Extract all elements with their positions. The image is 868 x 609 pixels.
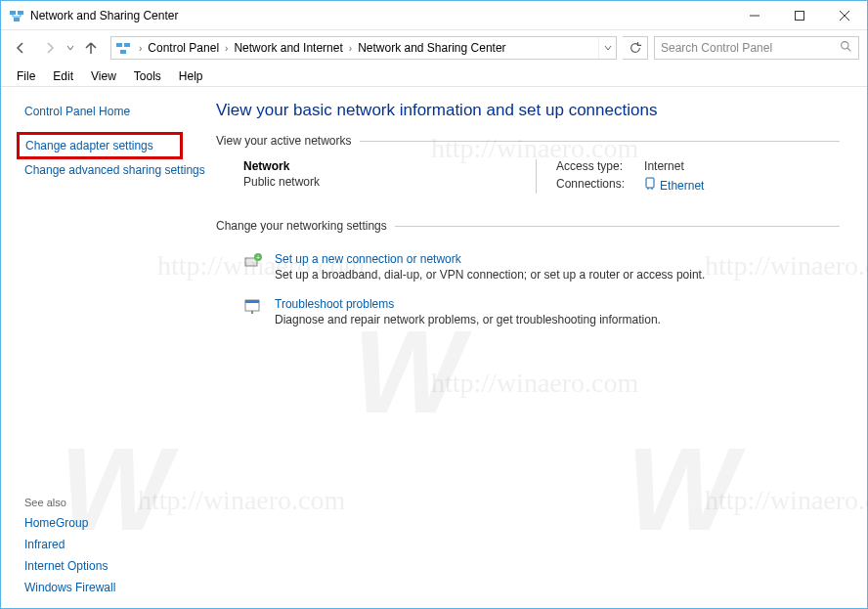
troubleshoot-icon: [243, 297, 263, 317]
see-also-internet-options[interactable]: Internet Options: [24, 555, 206, 577]
access-type-label: Access type:: [556, 159, 625, 173]
breadcrumb-item[interactable]: Network and Sharing Center: [356, 41, 507, 55]
search-icon: [840, 40, 852, 56]
navbar: › Control Panel › Network and Internet ›…: [1, 30, 867, 65]
sidebar-adapter-link[interactable]: Change adapter settings: [17, 132, 183, 159]
troubleshoot-link[interactable]: Troubleshoot problems: [275, 297, 661, 311]
close-button[interactable]: [822, 1, 867, 29]
minimize-button[interactable]: [732, 1, 777, 29]
see-also-windows-firewall[interactable]: Windows Firewall: [24, 577, 206, 598]
menu-file[interactable]: File: [9, 67, 43, 85]
sidebar-advanced-link[interactable]: Change advanced sharing settings: [24, 159, 206, 181]
svg-rect-0: [10, 11, 16, 15]
active-networks-heading: View your active networks: [216, 134, 840, 148]
setup-connection-desc: Set up a broadband, dial-up, or VPN conn…: [275, 268, 705, 282]
svg-rect-1: [18, 11, 23, 15]
network-type: Public network: [243, 175, 526, 189]
watermark-w: W: [60, 421, 170, 556]
recent-dropdown[interactable]: [65, 38, 75, 58]
menu-edit[interactable]: Edit: [45, 67, 81, 85]
svg-point-10: [842, 42, 848, 49]
address-dropdown[interactable]: [598, 37, 616, 59]
up-button[interactable]: [77, 34, 105, 62]
refresh-button[interactable]: [623, 36, 648, 60]
watermark-w: W: [353, 304, 463, 439]
menu-help[interactable]: Help: [171, 67, 211, 85]
search-input[interactable]: Search Control Panel: [654, 36, 859, 60]
forward-button[interactable]: [36, 34, 64, 62]
setup-connection-icon: +: [243, 252, 263, 272]
svg-rect-20: [251, 311, 253, 314]
back-button[interactable]: [7, 34, 34, 62]
svg-rect-7: [116, 43, 122, 47]
window-controls: [732, 1, 867, 29]
chevron-right-icon[interactable]: ›: [221, 43, 232, 54]
chevron-right-icon[interactable]: ›: [135, 43, 146, 54]
troubleshoot-desc: Diagnose and repair network problems, or…: [275, 313, 661, 326]
change-settings-heading: Change your networking settings: [216, 219, 840, 233]
breadcrumb-item[interactable]: Control Panel: [146, 41, 221, 55]
svg-rect-8: [124, 43, 130, 47]
connections-link[interactable]: Ethernet: [644, 177, 704, 194]
svg-rect-9: [120, 50, 126, 54]
troubleshoot-item: Troubleshoot problems Diagnose and repai…: [216, 289, 840, 334]
address-icon: [113, 38, 133, 58]
breadcrumb-item[interactable]: Network and Internet: [232, 41, 344, 55]
svg-rect-4: [796, 11, 804, 20]
watermark-w: W: [627, 421, 737, 556]
setup-connection-link[interactable]: Set up a new connection or network: [275, 252, 705, 266]
svg-rect-19: [245, 300, 259, 303]
main-panel: View your basic network information and …: [206, 87, 867, 608]
svg-text:+: +: [256, 254, 260, 261]
search-placeholder: Search Control Panel: [661, 41, 840, 55]
network-block: Network Public network Access type: Inte…: [216, 159, 840, 194]
menu-tools[interactable]: Tools: [126, 67, 169, 85]
connections-label: Connections:: [556, 177, 625, 194]
app-icon: [9, 8, 24, 23]
maximize-button[interactable]: [777, 1, 822, 29]
address-bar[interactable]: › Control Panel › Network and Internet ›…: [110, 36, 617, 60]
window-title: Network and Sharing Center: [30, 9, 732, 22]
ethernet-icon: [644, 177, 656, 194]
titlebar: Network and Sharing Center: [1, 1, 867, 30]
page-title: View your basic network information and …: [216, 101, 840, 120]
chevron-right-icon[interactable]: ›: [345, 43, 356, 54]
svg-rect-12: [646, 178, 654, 188]
svg-rect-2: [14, 18, 20, 22]
svg-line-11: [847, 48, 850, 51]
sidebar-home-link[interactable]: Control Panel Home: [24, 101, 206, 122]
network-name: Network: [243, 159, 526, 173]
setup-connection-item: + Set up a new connection or network Set…: [216, 244, 840, 289]
menubar: File Edit View Tools Help: [1, 65, 867, 87]
access-type-value: Internet: [644, 159, 704, 173]
menu-view[interactable]: View: [83, 67, 124, 85]
